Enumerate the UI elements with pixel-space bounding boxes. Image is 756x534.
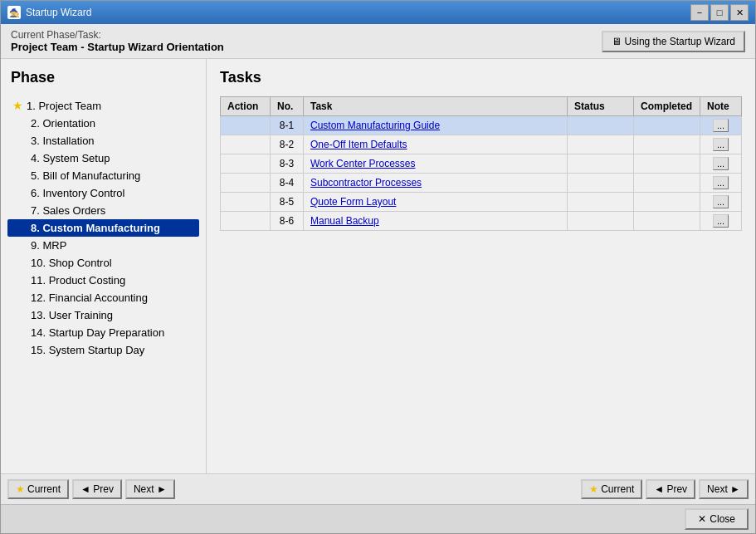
task-name-cell[interactable]: Subcontractor Processes	[304, 174, 568, 193]
task-link[interactable]: Quote Form Layout	[310, 196, 396, 208]
task-completed-cell	[634, 154, 700, 174]
close-button-label: Close	[710, 513, 735, 525]
task-status-cell	[568, 154, 634, 174]
task-note-cell[interactable]: ...	[700, 135, 742, 154]
task-no-cell: 8-4	[271, 174, 304, 193]
left-current-star-icon: ★	[16, 483, 25, 495]
main-window: 🧙 Startup Wizard − □ ✕ Current Phase/Tas…	[0, 0, 756, 534]
phase-label-text: 2. Orientation	[31, 117, 95, 130]
task-name-cell[interactable]: Manual Backup	[304, 212, 568, 231]
left-next-button[interactable]: Next ►	[125, 479, 175, 499]
right-next-label: Next ►	[707, 483, 740, 495]
phase-item-15[interactable]: 15. System Startup Day	[7, 341, 199, 359]
task-link[interactable]: Subcontractor Processes	[310, 177, 422, 189]
phase-item-4[interactable]: 4. System Setup	[7, 149, 199, 167]
phase-item-8[interactable]: 8. Custom Manufacturing	[7, 219, 199, 237]
phase-item-6[interactable]: 6. Inventory Control	[7, 184, 199, 202]
note-ellipsis-button[interactable]: ...	[713, 138, 729, 151]
phase-value: Project Team - Startup Wizard Orientatio…	[11, 41, 224, 53]
help-button[interactable]: 🖥 Using the Startup Wizard	[602, 31, 745, 52]
task-note-cell[interactable]: ...	[700, 154, 742, 174]
left-prev-label: ◄ Prev	[80, 483, 114, 495]
task-action-cell	[221, 174, 271, 193]
phase-label-text: 11. Product Costing	[31, 274, 125, 287]
task-action-cell	[221, 212, 271, 231]
note-ellipsis-button[interactable]: ...	[713, 195, 729, 208]
phase-label-text: 6. Inventory Control	[31, 187, 124, 199]
task-status-cell	[568, 193, 634, 212]
note-ellipsis-button[interactable]: ...	[713, 176, 729, 189]
close-button[interactable]: ✕ Close	[685, 508, 749, 530]
phase-label-text: 15. System Startup Day	[31, 344, 144, 356]
table-row[interactable]: 8-1Custom Manufacturing Guide...	[221, 116, 742, 135]
phase-item-5[interactable]: 5. Bill of Manufacturing	[7, 167, 199, 184]
bottom-bar: ✕ Close	[1, 504, 755, 533]
task-no-cell: 8-2	[271, 135, 304, 154]
task-name-cell[interactable]: One-Off Item Defaults	[304, 135, 568, 154]
phase-list: ★1. Project Team2. Orientation3. Install…	[7, 96, 199, 359]
task-action-cell	[221, 193, 271, 212]
phase-label-text: 13. User Training	[31, 309, 113, 321]
right-panel: Tasks Action No. Task Status Completed N…	[207, 59, 755, 473]
left-prev-button[interactable]: ◄ Prev	[72, 479, 122, 499]
note-ellipsis-button[interactable]: ...	[713, 157, 729, 170]
phase-item-12[interactable]: 12. Financial Accounting	[7, 289, 199, 306]
footer-left: ★ Current ◄ Prev Next ►	[7, 479, 175, 499]
task-note-cell[interactable]: ...	[700, 212, 742, 231]
col-action: Action	[221, 97, 271, 116]
col-status: Status	[568, 97, 634, 116]
window-icon: 🧙	[7, 6, 21, 19]
phase-item-9[interactable]: 9. MRP	[7, 237, 199, 254]
note-ellipsis-button[interactable]: ...	[713, 214, 729, 228]
task-status-cell	[568, 212, 634, 231]
help-button-label: Using the Startup Wizard	[625, 36, 735, 47]
task-name-cell[interactable]: Custom Manufacturing Guide	[304, 116, 568, 135]
task-action-cell	[221, 154, 271, 174]
minimize-button[interactable]: −	[690, 4, 709, 21]
table-row[interactable]: 8-5Quote Form Layout...	[221, 193, 742, 212]
task-link[interactable]: Work Center Processes	[310, 158, 416, 169]
phase-item-3[interactable]: 3. Installation	[7, 132, 199, 149]
task-no-cell: 8-6	[271, 212, 304, 231]
right-current-button[interactable]: ★ Current	[581, 479, 642, 499]
task-note-cell[interactable]: ...	[700, 193, 742, 212]
maximize-button[interactable]: □	[710, 4, 729, 21]
phase-label-text: 1. Project Team	[27, 100, 101, 112]
task-status-cell	[568, 135, 634, 154]
task-note-cell[interactable]: ...	[700, 174, 742, 193]
left-current-button[interactable]: ★ Current	[7, 479, 69, 499]
phase-item-14[interactable]: 14. Startup Day Preparation	[7, 324, 199, 341]
phase-item-13[interactable]: 13. User Training	[7, 306, 199, 324]
task-link[interactable]: Custom Manufacturing Guide	[310, 120, 440, 131]
right-prev-button[interactable]: ◄ Prev	[646, 479, 695, 499]
phase-item-1[interactable]: ★1. Project Team	[7, 96, 199, 115]
task-name-cell[interactable]: Work Center Processes	[304, 154, 568, 174]
phase-label-text: 10. Shop Control	[31, 257, 112, 269]
col-note: Note	[700, 97, 742, 116]
phase-item-7[interactable]: 7. Sales Orders	[7, 202, 199, 219]
table-row[interactable]: 8-6Manual Backup...	[221, 212, 742, 231]
left-current-label: Current	[27, 483, 61, 495]
phase-item-11[interactable]: 11. Product Costing	[7, 272, 199, 289]
table-row[interactable]: 8-2One-Off Item Defaults...	[221, 135, 742, 154]
right-next-button[interactable]: Next ►	[699, 479, 749, 499]
phase-label-text: 4. System Setup	[31, 152, 110, 164]
task-link[interactable]: One-Off Item Defaults	[310, 139, 407, 150]
note-ellipsis-button[interactable]: ...	[713, 119, 729, 132]
phase-item-2[interactable]: 2. Orientation	[7, 115, 199, 132]
footer-bar: ★ Current ◄ Prev Next ► ★ Current ◄ Prev…	[1, 473, 755, 504]
table-row[interactable]: 8-4Subcontractor Processes...	[221, 174, 742, 193]
tasks-panel-title: Tasks	[220, 69, 742, 86]
table-row[interactable]: 8-3Work Center Processes...	[221, 154, 742, 174]
task-name-cell[interactable]: Quote Form Layout	[304, 193, 568, 212]
task-completed-cell	[634, 193, 700, 212]
task-note-cell[interactable]: ...	[700, 116, 742, 135]
task-completed-cell	[634, 116, 700, 135]
task-link[interactable]: Manual Backup	[310, 215, 379, 227]
table-header-row: Action No. Task Status Completed Note	[221, 97, 742, 116]
phase-panel-title: Phase	[7, 69, 199, 86]
phase-item-10[interactable]: 10. Shop Control	[7, 254, 199, 272]
window-close-button[interactable]: ✕	[730, 4, 749, 21]
window-controls: − □ ✕	[690, 4, 749, 21]
col-no: No.	[271, 97, 304, 116]
